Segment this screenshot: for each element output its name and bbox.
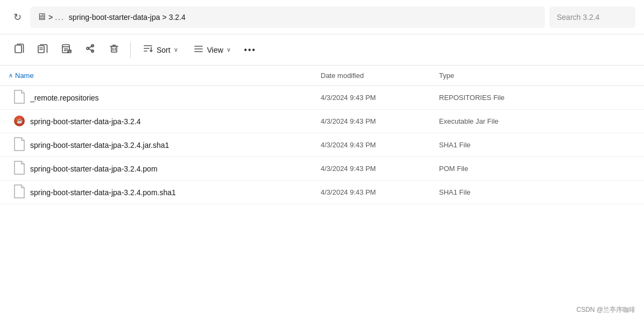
refresh-icon: ↻ — [13, 11, 22, 23]
sort-label: Sort — [157, 46, 171, 54]
file-date: 4/3/2024 9:43 PM — [321, 165, 439, 173]
share-icon — [84, 42, 96, 57]
file-icon-cell — [9, 137, 30, 153]
copy-button[interactable] — [32, 39, 54, 61]
toolbar-divider — [130, 42, 131, 58]
file-type: REPOSITORIES File — [439, 94, 635, 102]
file-name: spring-boot-starter-data-jpa-3.2.4.jar.s… — [30, 141, 321, 149]
sort-icon — [143, 43, 153, 56]
breadcrumb-path: spring-boot-starter-data-jpa — [69, 13, 160, 22]
file-type: POM File — [439, 165, 635, 173]
breadcrumb-ellipsis[interactable]: ... — [55, 13, 65, 22]
breadcrumb-current: 3.2.4 — [169, 13, 186, 22]
delete-button[interactable] — [103, 39, 125, 61]
file-icon — [13, 184, 25, 201]
file-row[interactable]: ☕ spring-boot-starter-data-jpa-3.2.44/3/… — [0, 110, 644, 133]
file-type: Executable Jar File — [439, 117, 635, 125]
file-name: spring-boot-starter-data-jpa-3.2.4.pom — [30, 165, 321, 173]
column-type-header[interactable]: Type — [439, 72, 635, 80]
svg-rect-12 — [111, 46, 117, 52]
breadcrumb-sep-1: > — [48, 13, 53, 22]
more-icon: ••• — [244, 45, 256, 55]
file-row[interactable]: _remote.repositories4/3/2024 9:43 PMREPO… — [0, 86, 644, 110]
column-date-label: Date modified — [321, 72, 364, 80]
more-button[interactable]: ••• — [239, 39, 261, 61]
delete-icon — [108, 42, 120, 57]
view-button[interactable]: View ∨ — [187, 40, 237, 59]
jar-icon: ☕ — [12, 113, 26, 130]
view-label: View — [207, 46, 223, 54]
file-date: 4/3/2024 9:43 PM — [321, 188, 439, 196]
file-name: spring-boot-starter-data-jpa-3.2.4.pom.s… — [30, 188, 321, 197]
refresh-button[interactable]: ↻ — [9, 9, 26, 26]
file-type: SHA1 File — [439, 141, 635, 149]
file-row[interactable]: spring-boot-starter-data-jpa-3.2.4.pom.s… — [0, 181, 644, 204]
file-name: spring-boot-starter-data-jpa-3.2.4 — [30, 117, 321, 126]
file-icon-cell — [9, 90, 30, 106]
file-icon — [13, 90, 25, 106]
file-icon-cell — [9, 161, 30, 177]
search-box[interactable]: Search 3.2.4 — [549, 6, 635, 28]
column-date-header[interactable]: Date modified — [321, 72, 439, 80]
column-type-label: Type — [439, 72, 454, 80]
svg-rect-0 — [15, 45, 22, 53]
file-type: SHA1 File — [439, 188, 635, 196]
file-row[interactable]: spring-boot-starter-data-jpa-3.2.4.jar.s… — [0, 133, 644, 157]
column-name-header[interactable]: ∧ Name — [9, 72, 321, 80]
view-icon — [193, 44, 204, 56]
sort-up-arrow-icon: ∧ — [9, 72, 13, 79]
svg-text:☕: ☕ — [17, 118, 23, 124]
file-date: 4/3/2024 9:43 PM — [321, 94, 439, 102]
search-placeholder: Search 3.2.4 — [557, 13, 599, 22]
file-list: _remote.repositories4/3/2024 9:43 PMREPO… — [0, 86, 644, 204]
file-icon — [13, 137, 25, 153]
address-bar: ↻ 🖥 > ... spring-boot-starter-data-jpa >… — [0, 0, 644, 34]
copy-path-button[interactable] — [9, 39, 30, 61]
breadcrumb-sep-3: > — [162, 13, 167, 22]
copy-path-icon — [13, 42, 25, 57]
svg-point-10 — [87, 47, 89, 49]
rename-button[interactable] — [56, 39, 77, 61]
copy-icon — [37, 42, 49, 57]
file-icon-cell — [9, 184, 30, 201]
sort-button[interactable]: Sort ∨ — [136, 40, 185, 60]
breadcrumb[interactable]: 🖥 > ... spring-boot-starter-data-jpa > 3… — [30, 6, 545, 28]
watermark: CSDN @兰亭序咖啡 — [576, 305, 635, 315]
rename-icon — [61, 42, 73, 57]
file-icon — [13, 161, 25, 177]
toolbar: Sort ∨ View ∨ ••• — [0, 34, 644, 66]
file-icon-cell: ☕ — [9, 113, 30, 130]
sort-chevron-icon: ∨ — [174, 46, 178, 53]
file-date: 4/3/2024 9:43 PM — [321, 117, 439, 125]
computer-icon: 🖥 — [37, 11, 46, 23]
column-name-label: Name — [15, 72, 34, 80]
column-headers: ∧ Name Date modified Type — [0, 66, 644, 86]
view-chevron-icon: ∨ — [227, 46, 231, 53]
file-date: 4/3/2024 9:43 PM — [321, 141, 439, 149]
file-row[interactable]: spring-boot-starter-data-jpa-3.2.4.pom4/… — [0, 157, 644, 181]
file-name: _remote.repositories — [30, 94, 321, 102]
share-button[interactable] — [80, 39, 101, 61]
